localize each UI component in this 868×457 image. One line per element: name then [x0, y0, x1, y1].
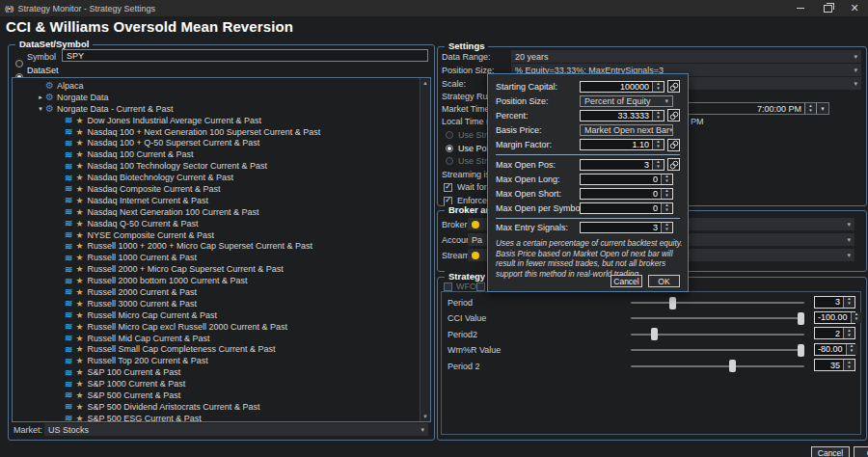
expander-icon[interactable]: ▸ [36, 94, 45, 101]
tree-item[interactable]: ≋★Russell Small Cap Completeness Current… [13, 343, 430, 355]
parameter-value-field[interactable]: 35▲▼ [814, 359, 855, 371]
chevron-down-icon: ▾ [847, 221, 851, 228]
dataset-icon: ≋ [65, 344, 72, 355]
star-icon: ★ [75, 379, 83, 389]
popup-cancel-button[interactable]: Cancel [610, 275, 642, 287]
link-variable-button[interactable] [667, 158, 680, 171]
tree-item[interactable]: ⚙Alpaca [13, 80, 430, 92]
tree-item[interactable]: ≋★Russell 2000 bottom 1000 Current & Pas… [13, 275, 430, 286]
star-icon: ★ [75, 334, 83, 343]
tree-item[interactable]: ≋★Nasdaq Biotechnology Current & Past [13, 172, 430, 183]
parameter-slider[interactable] [631, 349, 804, 351]
link-variable-button[interactable] [667, 109, 680, 121]
popup-spin-field[interactable]: 33.3333▲▼ [580, 110, 665, 121]
dataset-icon: ≋ [65, 264, 72, 275]
spinner-buttons[interactable]: ▲▼ [661, 223, 672, 232]
tree-item[interactable]: ≋★Russell 2000 Current & Past [13, 286, 430, 298]
slider-thumb[interactable] [651, 328, 658, 340]
spinner-buttons[interactable]: ▲▼ [652, 111, 664, 121]
tree-item[interactable]: ≋★Russell 3000 Current & Past [13, 298, 430, 309]
dataset-icon: ≋ [65, 115, 72, 125]
tree-item[interactable]: ≋★S&P 100 Current & Past [13, 366, 430, 378]
tree-scrollbar[interactable]: ▲ ▼ [420, 78, 430, 421]
tree-item[interactable]: ≋★Nasdaq Composite Current & Past [13, 183, 430, 195]
parameter-slider[interactable] [631, 334, 804, 336]
tree-item[interactable]: ≋★S&P 500 Dividend Aristocrats Current &… [13, 401, 430, 413]
parameter-slider[interactable] [631, 365, 804, 367]
tree-item[interactable]: ≋★Russell Mid Cap Current & Past [13, 333, 430, 344]
tree-item[interactable]: ≋★S&P 500 ESG Current & Past [13, 413, 430, 422]
tree-item[interactable]: ≋★S&P 500 Current & Past [13, 390, 430, 401]
popup-spin-field[interactable]: 100000▲▼ [580, 81, 665, 93]
slider-thumb[interactable] [729, 360, 736, 372]
spinner-buttons[interactable]: ▲▼ [843, 297, 854, 308]
popup-spin-field[interactable]: 3▲▼ [580, 159, 665, 171]
popup-select-field[interactable]: Market Open next Bar▾ [580, 124, 673, 136]
popup-spin-field[interactable]: 0▲▼ [580, 174, 673, 185]
popup-spin-field[interactable]: 3▲▼ [580, 222, 673, 233]
tree-item[interactable]: ≋★Russell Micro Cap excl Russell 2000 Cu… [13, 321, 430, 333]
tree-item[interactable]: ≋★Russell Top 200 Current & Past [13, 355, 430, 366]
link-variable-button[interactable] [667, 80, 680, 93]
parameter-value-field[interactable]: 3▲▼ [814, 296, 855, 309]
tree-item[interactable]: ≋★Russell Micro Cap Current & Past [13, 309, 430, 321]
minimize-button[interactable] [787, 0, 814, 16]
dataset-label: DataSet [27, 66, 59, 75]
dataset-symbol-legend: DataSet/Symbol [15, 39, 93, 49]
star-icon: ★ [75, 230, 83, 240]
restore-button[interactable] [814, 0, 841, 16]
tree-item[interactable]: ≋★Russell 1000 Current & Past [13, 252, 430, 263]
close-button[interactable]: ✕ [841, 0, 868, 16]
parameter-slider[interactable] [631, 317, 804, 319]
time-spinner[interactable]: ▲▼ [804, 103, 816, 114]
spinner-buttons[interactable]: ▲▼ [846, 344, 857, 355]
spinner-buttons[interactable]: ▲▼ [652, 140, 664, 149]
tree-item[interactable]: ▸⚙Norgate Data [13, 92, 430, 103]
link-variable-button[interactable] [667, 139, 680, 151]
popup-spin-field[interactable]: 1.10▲▼ [580, 139, 665, 150]
symbol-input[interactable]: SPY [62, 49, 428, 62]
spinner-buttons[interactable]: ▲▼ [661, 189, 672, 199]
tree-item[interactable]: ≋★Nasdaq 100 Technology Sector Current &… [13, 160, 430, 172]
scroll-down-icon[interactable]: ▼ [420, 412, 430, 421]
market-dropdown[interactable]: US Stocks ▾ [44, 423, 428, 436]
tree-item[interactable]: ≋★Nasdaq Next Generation 100 Current & P… [13, 206, 430, 218]
parameter-value-field[interactable]: 2▲▼ [814, 327, 855, 339]
data-range-dropdown[interactable]: 20 years ▾ [511, 50, 861, 63]
spinner-buttons[interactable]: ▲▼ [661, 175, 672, 184]
tree-item[interactable]: ≋★Dow Jones Industrial Average Current &… [13, 115, 430, 126]
tree-item[interactable]: ≋★Nasdaq 100 Current & Past [13, 148, 430, 160]
tree-item[interactable]: ≋★Russell 2000 + Micro Cap Superset Curr… [13, 263, 430, 275]
ok-button[interactable]: OK [854, 446, 868, 457]
spinner-buttons[interactable]: ▲▼ [851, 312, 862, 323]
parameter-value-field[interactable]: -80.00▲▼ [814, 343, 855, 356]
scroll-up-icon[interactable]: ▲ [420, 78, 430, 88]
tree-item[interactable]: ≋★Nasdaq 100 + Q-50 Superset Current & P… [13, 137, 430, 148]
wfo-checkbox[interactable]: ✓ WFO [444, 282, 476, 291]
tree-item[interactable]: ≋★Nasdaq 100 + Next Generation 100 Super… [13, 126, 430, 138]
popup-ok-button[interactable]: OK [648, 275, 680, 287]
slider-thumb[interactable] [798, 344, 804, 357]
spinner-buttons[interactable]: ▲▼ [843, 360, 854, 370]
tree-item[interactable]: ≋★NYSE Composite Current & Past [13, 229, 430, 241]
popup-spin-field[interactable]: 0▲▼ [580, 188, 673, 200]
time-dropdown-button[interactable]: ▾ [816, 103, 828, 114]
parameter-slider[interactable] [631, 302, 804, 304]
tree-item[interactable]: ≋★Nasdaq Internet Current & Past [13, 195, 430, 206]
spinner-buttons[interactable]: ▲▼ [843, 328, 854, 338]
popup-select-field[interactable]: Percent of Equity▾ [580, 95, 673, 107]
cancel-button[interactable]: Cancel [811, 446, 850, 457]
slider-thumb[interactable] [798, 312, 804, 325]
spinner-buttons[interactable]: ▲▼ [652, 82, 664, 92]
tree-item[interactable]: ≋★Nasdaq Q-50 Current & Past [13, 218, 430, 229]
tree-item[interactable]: ≋★Russell 1000 + 2000 + Micro Cap Supers… [13, 240, 430, 252]
slider-thumb[interactable] [669, 297, 676, 309]
spinner-buttons[interactable]: ▲▼ [652, 160, 664, 170]
tree-item[interactable]: ≋★S&P 1000 Current & Past [13, 378, 430, 390]
spinner-buttons[interactable]: ▲▼ [661, 203, 672, 213]
tree-item[interactable]: ▾⚙Norgate Data - Current & Past [13, 103, 430, 115]
popup-spin-field[interactable]: 0▲▼ [580, 202, 673, 214]
parameter-value-field[interactable]: -100.00▲▼ [814, 311, 855, 324]
expander-icon[interactable]: ▾ [36, 105, 45, 113]
symbol-value: SPY [67, 51, 84, 61]
